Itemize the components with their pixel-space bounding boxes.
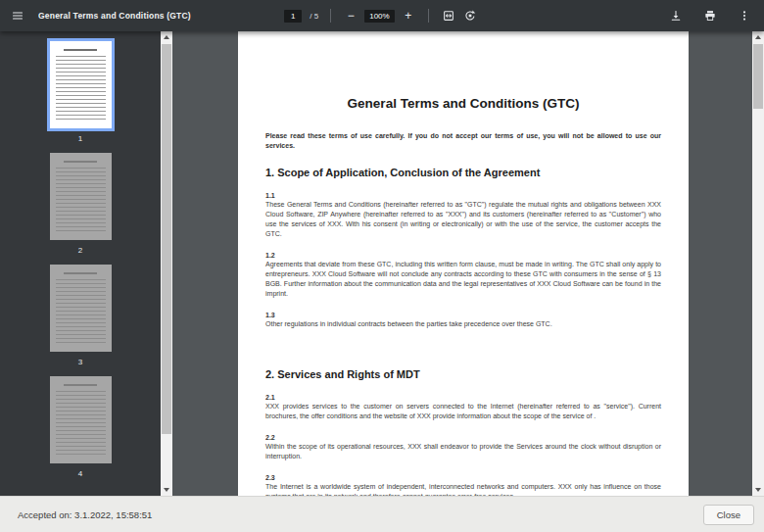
close-button[interactable]: Close <box>703 505 754 525</box>
section-spacer <box>265 341 661 368</box>
clause-1-2: 1.2 Agreements that deviate from these G… <box>265 251 661 299</box>
thumbnail-label: 2 <box>78 246 82 255</box>
scroll-up-arrow[interactable] <box>752 31 764 43</box>
page-count-label: / 5 <box>310 12 318 21</box>
thumbnail-preview-4 <box>50 376 112 463</box>
print-button[interactable] <box>702 8 718 24</box>
section-2: 2. Services and Rights of MDT 2.1 XXX pr… <box>265 368 661 496</box>
section-1: 1. Scope of Application, Conclusion of t… <box>265 167 661 329</box>
thumbnail-page-2[interactable]: 2 <box>50 153 112 255</box>
clause-2-1: 2.1 XXX provides services to the custome… <box>265 393 661 421</box>
clause-text: Agreements that deviate from these GTC, … <box>265 260 661 299</box>
thumbnail-text-lines <box>56 391 106 456</box>
triangle-down-icon <box>755 488 761 492</box>
fit-page-button[interactable] <box>441 8 456 24</box>
gtc-title: General Terms and Conditions (GTC) <box>265 96 661 111</box>
triangle-down-icon <box>164 488 169 492</box>
page-number-input[interactable]: 1 <box>284 10 302 23</box>
toolbar-divider <box>330 9 331 23</box>
triangle-up-icon <box>755 35 761 39</box>
thumbnail-preview-3 <box>50 265 112 352</box>
status-bar: Accepted on: 3.1.2022, 15:58:51 Close <box>0 496 764 532</box>
thumbnail-heading-line <box>64 384 98 386</box>
main-scrollbar-thumb[interactable] <box>753 44 763 109</box>
clause-number: 2.1 <box>265 393 661 402</box>
clause-2-2: 2.2 Within the scope of its operational … <box>265 433 661 461</box>
pdf-toolbar: General Terms and Conditions (GTC) 1 / 5… <box>0 0 764 31</box>
clause-number: 1.3 <box>265 311 661 319</box>
menu-button[interactable] <box>10 8 25 24</box>
print-icon <box>704 10 716 22</box>
accepted-on-label: Accepted on: 3.1.2022, 15:58:51 <box>18 509 152 520</box>
gtc-intro: Please read these terms of use carefully… <box>265 131 661 151</box>
thumbnail-heading-line <box>64 49 98 51</box>
pdf-viewport[interactable]: General Terms and Conditions (GTC) Pleas… <box>172 31 752 496</box>
toolbar-divider <box>428 9 429 23</box>
clause-text: The Internet is a worldwide system of in… <box>265 482 661 496</box>
clause-1-3: 1.3 Other regulations in individual cont… <box>265 311 661 329</box>
clause-2-3: 2.3 The Internet is a worldwide system o… <box>265 473 661 496</box>
toolbar-right <box>478 8 752 24</box>
download-button[interactable] <box>668 8 684 24</box>
thumbnail-page-1[interactable]: 1 <box>50 41 112 143</box>
sidebar-scrollbar-thumb[interactable] <box>162 44 171 434</box>
thumbnail-heading-line <box>64 272 98 274</box>
clause-text: Other regulations in individual contract… <box>265 319 661 329</box>
sidebar-scrollbar[interactable] <box>161 31 172 496</box>
thumbnail-label: 1 <box>78 134 82 143</box>
menu-icon <box>12 10 24 22</box>
section-2-heading: 2. Services and Rights of MDT <box>265 368 661 380</box>
scroll-up-arrow[interactable] <box>161 31 172 43</box>
toolbar-left: General Terms and Conditions (GTC) <box>10 8 284 24</box>
zoom-out-button[interactable]: − <box>343 8 358 24</box>
triangle-up-icon <box>164 35 169 39</box>
thumbnail-preview-2 <box>50 153 112 240</box>
clause-text: XXX provides services to the customer on… <box>265 402 661 421</box>
thumbnail-page-4[interactable]: 4 <box>50 376 112 478</box>
clause-number: 2.2 <box>265 433 661 442</box>
fit-page-icon <box>443 10 454 22</box>
clause-text: Within the scope of its operational reso… <box>265 442 661 461</box>
thumbnail-text-lines <box>56 279 106 344</box>
document-title: General Terms and Conditions (GTC) <box>38 11 191 21</box>
main-scrollbar[interactable] <box>752 31 764 496</box>
clause-number: 1.2 <box>265 251 661 260</box>
pdf-viewer-window: General Terms and Conditions (GTC) 1 / 5… <box>0 0 764 532</box>
thumbnail-label: 4 <box>78 469 82 478</box>
zoom-in-button[interactable]: + <box>401 8 416 24</box>
zoom-level-input[interactable]: 100% <box>364 10 394 23</box>
toolbar-center: 1 / 5 − 100% + <box>284 8 477 24</box>
scroll-down-arrow[interactable] <box>752 484 764 496</box>
clause-number: 1.1 <box>265 191 661 200</box>
more-vertical-icon <box>739 10 750 22</box>
more-options-button[interactable] <box>737 8 752 24</box>
viewer-content: 1 2 3 4 <box>0 31 764 496</box>
pdf-page-1: General Terms and Conditions (GTC) Pleas… <box>238 31 689 496</box>
scroll-down-arrow[interactable] <box>161 484 172 496</box>
thumbnail-label: 3 <box>78 358 82 366</box>
thumbnail-preview-1 <box>50 41 112 128</box>
clause-number: 2.3 <box>265 473 661 482</box>
thumbnail-sidebar: 1 2 3 4 <box>0 31 161 496</box>
clause-text: These General Terms and Conditions (here… <box>265 200 661 239</box>
thumbnail-heading-line <box>64 161 98 163</box>
rotate-button[interactable] <box>462 8 478 24</box>
section-1-heading: 1. Scope of Application, Conclusion of t… <box>265 167 661 178</box>
thumbnail-page-3[interactable]: 3 <box>50 265 112 366</box>
thumbnail-text-lines <box>56 56 106 121</box>
download-icon <box>670 10 682 22</box>
thumbnail-text-lines <box>56 168 106 232</box>
rotate-icon <box>464 10 476 22</box>
clause-1-1: 1.1 These General Terms and Conditions (… <box>265 191 661 239</box>
